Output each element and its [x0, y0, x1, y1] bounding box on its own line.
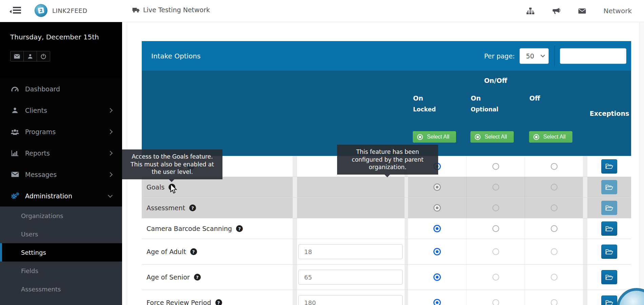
radio-cell-off[interactable] — [525, 177, 583, 197]
radio-on-optional[interactable] — [492, 274, 499, 281]
radio-cell-off[interactable] — [525, 290, 583, 305]
feature-value-input[interactable] — [298, 270, 403, 285]
sidebar-item-reports[interactable]: Reports — [0, 142, 122, 164]
exceptions-button[interactable] — [601, 295, 617, 305]
exceptions-button[interactable] — [601, 159, 617, 174]
scrollbar-track[interactable] — [640, 22, 644, 305]
exceptions-button[interactable] — [601, 245, 617, 259]
help-icon[interactable]: ? — [236, 225, 243, 232]
sidebar-item-programs[interactable]: Programs — [0, 121, 122, 142]
radio-cell-off[interactable] — [525, 239, 583, 264]
chevron-right-icon — [108, 129, 113, 134]
radio-cell-off[interactable] — [525, 218, 583, 239]
radio-cell-on-optional[interactable] — [466, 239, 525, 264]
sidebar-toggle-button[interactable] — [9, 5, 23, 16]
radio-cell-on-optional[interactable] — [466, 290, 525, 305]
column-header-on-optional: On Optional — [471, 94, 499, 113]
help-icon[interactable]: ? — [190, 248, 197, 255]
radio-on-locked[interactable] — [433, 299, 441, 305]
radio-cell-on-optional[interactable] — [466, 218, 525, 239]
radio-off[interactable] — [551, 184, 558, 191]
radio-on-locked[interactable] — [433, 248, 441, 255]
mail-button[interactable] — [10, 51, 24, 61]
radio-on-optional[interactable] — [492, 248, 499, 255]
sidebar-item-fields[interactable]: Fields — [0, 262, 122, 280]
feature-label-cell: Assessment ? — [142, 198, 293, 218]
table-row: Camera Barcode Scanning ? — [142, 218, 631, 239]
radio-cell-on-optional[interactable] — [466, 198, 525, 218]
announcements-bullhorn-icon[interactable] — [552, 7, 561, 15]
radio-on-locked[interactable] — [433, 273, 441, 281]
exceptions-cell — [587, 239, 631, 264]
chevron-right-icon — [108, 172, 113, 177]
sidebar-item-clients[interactable]: Clients — [0, 100, 122, 121]
sitemap-icon[interactable] — [526, 7, 535, 15]
radio-cell-on-locked[interactable] — [408, 290, 466, 305]
folder-open-icon — [605, 205, 613, 211]
select-all-on-locked-button[interactable]: Select All — [413, 131, 456, 143]
sidebar-item-administration[interactable]: Administration — [0, 185, 122, 207]
radio-off[interactable] — [551, 299, 558, 305]
feature-label: Goals — [147, 183, 164, 191]
radio-cell-off[interactable] — [525, 265, 583, 290]
radio-cell-on-locked[interactable] — [408, 239, 466, 264]
profile-button[interactable] — [23, 51, 37, 61]
exceptions-button[interactable] — [601, 201, 617, 215]
sidebar-item-assessments[interactable]: Assessments — [0, 280, 122, 298]
gears-icon — [10, 192, 20, 199]
per-page-select[interactable]: 50 — [520, 48, 549, 64]
sidebar-item-surveys[interactable]: Surveys — [0, 298, 122, 305]
column-gap — [583, 218, 587, 239]
radio-off[interactable] — [551, 225, 558, 232]
column-header-exceptions: Exceptions — [584, 110, 635, 117]
radio-on-locked[interactable] — [433, 204, 441, 212]
radio-off[interactable] — [551, 163, 558, 170]
dot-circle-icon — [417, 134, 423, 140]
radio-on-locked[interactable] — [433, 183, 441, 191]
radio-off[interactable] — [551, 204, 558, 211]
radio-cell-off[interactable] — [525, 198, 583, 218]
network-menu[interactable]: Network — [603, 7, 632, 15]
radio-on-locked[interactable] — [433, 225, 441, 232]
per-page-label: Per page: — [484, 52, 515, 60]
chevron-right-icon — [108, 150, 113, 155]
radio-cell-on-locked[interactable] — [408, 198, 466, 218]
help-icon[interactable]: ? — [215, 299, 222, 305]
logout-power-button[interactable] — [37, 51, 50, 61]
radio-on-optional[interactable] — [492, 184, 499, 191]
radio-cell-on-optional[interactable] — [466, 156, 525, 177]
radio-cell-on-locked[interactable] — [408, 265, 466, 290]
radio-cell-on-locked[interactable] — [408, 177, 466, 197]
select-all-on-optional-button[interactable]: Select All — [470, 131, 514, 143]
radio-cell-on-optional[interactable] — [466, 265, 525, 290]
feature-value-input[interactable] — [298, 244, 403, 259]
sidebar-item-dashboard[interactable]: Dashboard — [0, 78, 122, 100]
brand[interactable]: 2 LINK2FEED — [35, 4, 87, 17]
radio-cell-on-locked[interactable] — [408, 218, 466, 239]
radio-on-optional[interactable] — [492, 225, 499, 232]
radio-on-optional[interactable] — [492, 299, 499, 305]
hamburger-icon — [13, 7, 21, 15]
column-gap — [583, 177, 587, 197]
radio-on-optional[interactable] — [492, 204, 499, 211]
help-icon[interactable]: ? — [189, 204, 196, 211]
sidebar-item-settings[interactable]: Settings — [0, 243, 122, 262]
help-icon[interactable]: ? — [194, 274, 201, 281]
radio-cell-on-optional[interactable] — [466, 177, 525, 197]
sidebar-item-messages[interactable]: Messages — [0, 164, 122, 185]
search-input[interactable] — [560, 48, 626, 64]
mouse-cursor — [170, 184, 178, 194]
messages-envelope-icon[interactable] — [578, 7, 586, 15]
exceptions-button[interactable] — [601, 270, 617, 284]
radio-on-optional[interactable] — [492, 163, 499, 170]
radio-off[interactable] — [551, 274, 558, 281]
select-all-off-button[interactable]: Select All — [529, 131, 572, 143]
exceptions-button[interactable] — [601, 221, 617, 236]
feature-value-input[interactable] — [298, 295, 403, 305]
radio-cell-off[interactable] — [525, 156, 583, 177]
exceptions-button[interactable] — [601, 180, 617, 194]
radio-off[interactable] — [551, 248, 558, 255]
table-row: Goals ? — [142, 177, 631, 197]
sidebar-item-users[interactable]: Users — [0, 225, 122, 243]
sidebar-item-organizations[interactable]: Organizations — [0, 207, 122, 225]
